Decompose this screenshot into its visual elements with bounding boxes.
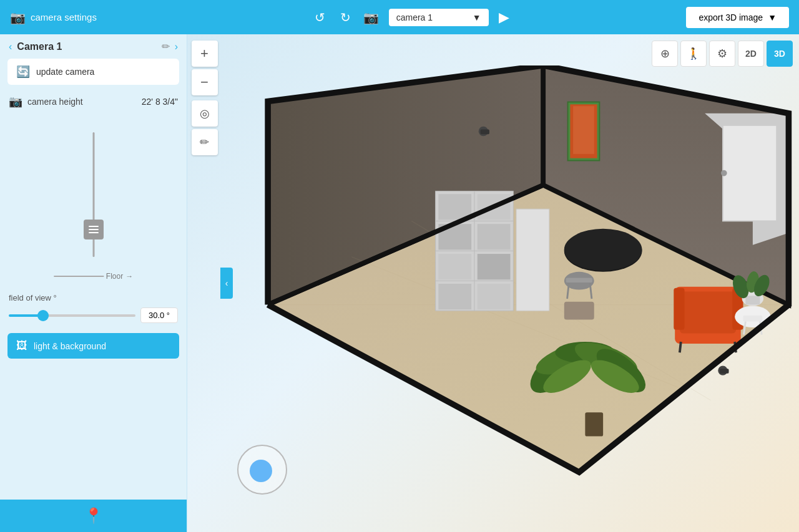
export-chevron-icon: ▼ [768,12,777,22]
svg-rect-20 [478,224,511,249]
svg-rect-64 [720,369,728,374]
walk-view-button[interactable]: 🚶 [680,41,707,67]
camera-icon-top: 📷 [10,10,26,25]
camera-prev-button[interactable]: ‹ [9,41,12,52]
svg-rect-62 [481,130,489,135]
fov-row: 30.0 ° [9,307,178,323]
camera-dropdown[interactable]: camera 1 ▼ [389,9,489,26]
floor-arrow-icon: → [125,272,133,281]
export-button[interactable]: export 3D image ▼ [686,7,789,28]
fov-slider[interactable] [9,314,135,317]
camera-height-row: 📷 camera height 22' 8 3/4" [0,90,187,114]
undo-button[interactable]: ↺ [312,7,328,27]
zoom-in-button[interactable]: + [192,41,218,67]
svg-rect-60 [564,302,594,320]
svg-line-41 [680,342,681,352]
light-background-label: light & background [34,341,106,351]
pen-button[interactable]: ✏ [192,129,218,155]
fov-label: field of view ° [9,293,178,302]
svg-point-28 [564,229,642,271]
light-background-button[interactable]: 🖼 light & background [7,333,179,359]
svg-point-7 [721,170,727,177]
camera-add-icon: 📷 [363,11,379,24]
floor-label: Floor [106,272,123,281]
svg-rect-23 [438,284,471,309]
add-camera-button[interactable]: 📷 [363,10,379,25]
camera-height-icon: 📷 [9,95,22,109]
zoom-out-button[interactable]: − [192,69,218,95]
top-bar-center: ↺ ↻ 📷 camera 1 ▼ ▶ [142,7,679,27]
2d-view-button[interactable]: 2D [738,41,764,67]
camera-height-label: camera height [27,97,137,107]
camera-edit-icon[interactable]: ✏ [162,41,170,52]
settings-icon: ⚙ [717,47,727,60]
camera-dropdown-value: camera 1 [396,12,433,22]
vertical-slider-thumb[interactable] [84,220,104,239]
camera-height-slider-area: Floor → [0,114,187,288]
update-camera-label: update camera [36,67,94,77]
svg-rect-32 [573,106,594,154]
pin-icon[interactable]: 📍 [84,507,103,525]
svg-rect-25 [516,209,549,311]
chevron-down-icon: ▼ [473,12,481,22]
fov-value: 30.0 ° [140,307,178,323]
camera-nav: ‹ Camera 1 ✏ › [0,34,187,59]
svg-rect-5 [723,125,777,221]
locate-button[interactable]: ◎ [192,100,218,127]
main-layout: ‹ Camera 1 ✏ › 🔄 update camera 📷 camera … [0,34,799,532]
view-controls: ⊕ 🚶 ⚙ 2D 3D [652,41,793,67]
walk-icon: 🚶 [687,47,700,60]
crosshair-icon: ◎ [200,107,210,120]
3d-view-button[interactable]: 3D [767,41,793,67]
refresh-icon: 🔄 [16,65,30,79]
pen-icon: ✏ [200,135,209,149]
top-bar-left: 📷 camera settings [10,10,135,25]
camera-settings-title: camera settings [31,12,97,22]
camera-height-value: 22' 8 3/4" [142,97,178,107]
panel-collapse-toggle[interactable]: ‹ [220,268,233,299]
room-render [222,65,799,532]
room-svg [222,65,799,532]
viewport: + − ◎ ✏ ‹ ⊕ 🚶 ⚙ 2D 3D [187,34,799,532]
orbit-view-button[interactable]: ⊕ [652,41,678,67]
orbit-icon: ⊕ [660,47,670,60]
floor-line-left [54,276,104,277]
top-bar-right: export 3D image ▼ [686,7,789,28]
compass-indicator [237,445,287,495]
svg-rect-24 [478,284,511,309]
update-camera-button[interactable]: 🔄 update camera [7,59,179,85]
camera-next-button[interactable]: › [175,41,178,52]
svg-rect-52 [585,412,603,436]
svg-rect-44 [743,316,763,322]
bottom-pin-area: 📍 [0,500,187,532]
settings-view-button[interactable]: ⚙ [709,41,735,67]
svg-rect-22 [478,254,511,279]
floor-label-area: Floor → [54,272,133,281]
fov-section: field of view ° 30.0 ° [0,288,187,328]
svg-rect-39 [674,288,684,330]
image-icon: 🖼 [16,339,27,352]
svg-rect-21 [438,254,471,279]
svg-rect-34 [566,278,592,283]
left-panel: ‹ Camera 1 ✏ › 🔄 update camera 📷 camera … [0,34,187,532]
chevron-left-icon: ‹ [225,278,228,288]
play-button[interactable]: ▶ [499,9,509,26]
redo-button[interactable]: ↻ [338,7,353,27]
camera-name: Camera 1 [17,41,156,52]
zoom-toolbar: + − ◎ ✏ [187,34,222,532]
svg-rect-48 [745,296,760,304]
export-label: export 3D image [699,12,763,22]
thumb-grip [89,226,99,233]
top-bar: 📷 camera settings ↺ ↻ 📷 camera 1 ▼ ▶ exp… [0,0,799,34]
svg-rect-38 [680,291,736,333]
